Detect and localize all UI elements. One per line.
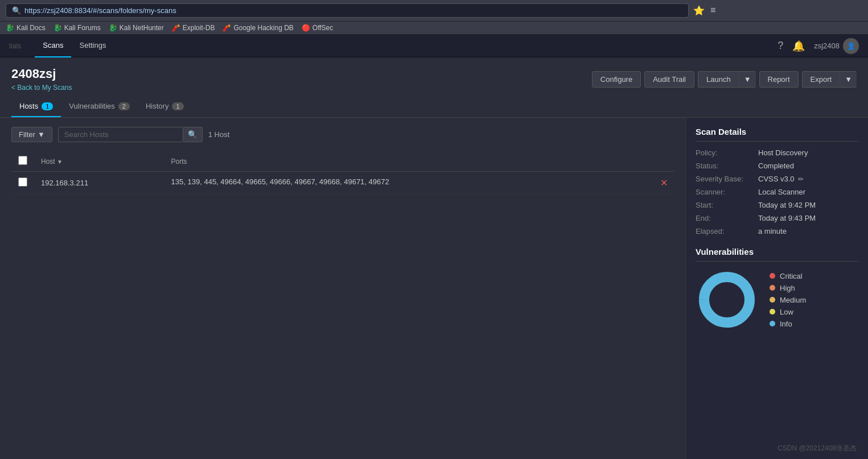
row-delete-button[interactable]: ✕ <box>660 177 668 188</box>
tab-vulnerabilities[interactable]: Vulnerabilities 2 <box>61 96 138 117</box>
kali-docs-icon: 🐉 <box>6 24 14 32</box>
table-row[interactable]: 192.168.3.211 135, 139, 445, 49664, 4966… <box>11 172 674 195</box>
launch-button[interactable]: Launch <box>698 71 739 88</box>
app-nav-right: ? 🔔 zsj2408 👤 <box>778 38 859 54</box>
bookmark-kali-docs[interactable]: 🐉 Kali Docs <box>6 24 46 32</box>
nav-item-scans[interactable]: Scans <box>35 35 71 57</box>
th-host[interactable]: Host ▼ <box>34 151 164 172</box>
browser-chrome: 🔍 https://zsj2408:8834/#/scans/folders/m… <box>0 0 868 22</box>
main-content: Filter ▼ 🔍 1 Host Host ▼ <box>0 118 686 459</box>
detail-scanner-label: Scanner: <box>696 188 758 196</box>
username-label: zsj2408 <box>814 42 840 50</box>
kali-nethunter-label: Kali NetHunter <box>120 24 164 32</box>
host-sort-icon: ▼ <box>57 159 63 165</box>
detail-policy-value: Host Discovery <box>758 148 808 157</box>
tab-hosts[interactable]: Hosts 1 <box>11 96 61 117</box>
detail-policy-row: Policy: Host Discovery <box>696 148 859 157</box>
kali-nethunter-icon: 🐉 <box>109 24 117 32</box>
legend-critical: Critical <box>770 272 806 280</box>
menu-icon[interactable]: ≡ <box>710 5 715 16</box>
page-title-section: 2408zsj < Back to My Scans <box>11 67 72 92</box>
low-label: Low <box>780 308 793 316</box>
detail-scanner-row: Scanner: Local Scanner <box>696 188 859 196</box>
bookmark-kali-nethunter[interactable]: 🐉 Kali NetHunter <box>109 24 164 32</box>
select-all-checkbox[interactable] <box>18 156 27 165</box>
th-host-label: Host <box>41 158 55 166</box>
content-wrapper: Filter ▼ 🔍 1 Host Host ▼ <box>0 118 868 459</box>
url-bar[interactable]: 🔍 https://zsj2408:8834/#/scans/folders/m… <box>6 3 689 18</box>
configure-button[interactable]: Configure <box>592 71 641 88</box>
legend-info: Info <box>770 320 806 328</box>
bookmark-exploit-db[interactable]: 🧨 Exploit-DB <box>172 24 215 32</box>
row-host-value: 192.168.3.211 <box>41 179 88 187</box>
page-actions: Configure Audit Trail Launch ▼ Report Ex… <box>592 71 857 88</box>
bookmark-offsec[interactable]: 🔴 OffSec <box>302 24 333 32</box>
kali-docs-label: Kali Docs <box>17 24 46 32</box>
search-box: 🔍 <box>58 127 203 142</box>
url-search-icon: 🔍 <box>12 6 21 15</box>
row-checkbox[interactable] <box>18 177 27 187</box>
nav-item-settings[interactable]: Settings <box>71 35 114 57</box>
detail-end-value: Today at 9:43 PM <box>758 214 816 222</box>
tab-history[interactable]: History 1 <box>138 96 192 117</box>
help-icon[interactable]: ? <box>778 40 783 52</box>
donut-svg <box>696 268 758 331</box>
user-avatar: 👤 <box>843 38 859 54</box>
export-dropdown-arrow[interactable]: ▼ <box>840 71 857 88</box>
scan-title: 2408zsj <box>11 67 72 81</box>
vulnerabilities-title: Vulnerabilities <box>696 247 859 262</box>
detail-start-value: Today at 9:42 PM <box>758 201 816 209</box>
search-icon: 🔍 <box>188 130 198 139</box>
high-label: High <box>780 284 795 292</box>
user-menu[interactable]: zsj2408 👤 <box>814 38 859 54</box>
filter-button[interactable]: Filter ▼ <box>11 127 52 142</box>
notification-icon[interactable]: 🔔 <box>792 40 805 52</box>
scan-details-title: Scan Details <box>696 127 859 142</box>
detail-scanner-value: Local Scanner <box>758 188 805 196</box>
critical-label: Critical <box>780 272 803 280</box>
severity-edit-icon[interactable]: ✏ <box>798 175 804 183</box>
severity-text: CVSS v3.0 <box>758 175 795 183</box>
svg-point-2 <box>711 284 743 316</box>
google-hacking-label: Google Hacking DB <box>233 24 293 32</box>
back-to-scans-link[interactable]: < Back to My Scans <box>11 84 72 92</box>
legend-medium: Medium <box>770 296 806 304</box>
tabs-bar: Hosts 1 Vulnerabilities 2 History 1 <box>0 96 868 118</box>
host-count: 1 Host <box>208 130 230 139</box>
search-button[interactable]: 🔍 <box>183 127 203 142</box>
bookmark-google-hacking[interactable]: 🧨 Google Hacking DB <box>223 24 293 32</box>
report-button[interactable]: Report <box>759 71 799 88</box>
tab-history-badge: 1 <box>172 102 183 110</box>
export-button-group: Export ▼ <box>802 71 857 88</box>
offsec-icon: 🔴 <box>302 24 310 32</box>
detail-severity-row: Severity Base: CVSS v3.0 ✏ <box>696 175 859 183</box>
exploit-db-icon: 🧨 <box>172 24 180 32</box>
filter-label: Filter <box>19 130 35 139</box>
detail-start-row: Start: Today at 9:42 PM <box>696 201 859 209</box>
page-header: 2408zsj < Back to My Scans Configure Aud… <box>0 57 868 96</box>
donut-chart <box>696 268 758 331</box>
detail-elapsed-row: Elapsed: a minute <box>696 227 859 235</box>
th-ports-label: Ports <box>171 158 187 166</box>
vulnerabilities-chart-section: Critical High Medium Low Info <box>696 268 859 331</box>
vulnerability-legend: Critical High Medium Low Info <box>770 272 806 328</box>
tab-vulnerabilities-label: Vulnerabilities <box>69 102 114 110</box>
bookmarks-bar: 🐉 Kali Docs 🐉 Kali Forums 🐉 Kali NetHunt… <box>0 22 868 35</box>
bookmark-icon[interactable]: ⭐ <box>693 5 705 16</box>
row-checkbox-cell[interactable] <box>11 172 34 195</box>
row-host-cell[interactable]: 192.168.3.211 <box>34 172 164 195</box>
detail-end-label: End: <box>696 214 758 222</box>
critical-dot <box>770 273 775 279</box>
detail-elapsed-value: a minute <box>758 227 787 235</box>
search-hosts-input[interactable] <box>58 127 183 142</box>
kali-forums-icon: 🐉 <box>54 24 62 32</box>
th-ports: Ports <box>164 151 674 172</box>
tab-hosts-badge: 1 <box>42 102 53 110</box>
footer-watermark: CSDN @20212408张圣杰 <box>778 444 857 453</box>
launch-button-group: Launch ▼ <box>698 71 756 88</box>
url-text[interactable]: https://zsj2408:8834/#/scans/folders/my-… <box>24 6 176 15</box>
export-button[interactable]: Export <box>802 71 840 88</box>
bookmark-kali-forums[interactable]: 🐉 Kali Forums <box>54 24 101 32</box>
launch-dropdown-arrow[interactable]: ▼ <box>739 71 756 88</box>
audit-trail-button[interactable]: Audit Trail <box>644 71 694 88</box>
